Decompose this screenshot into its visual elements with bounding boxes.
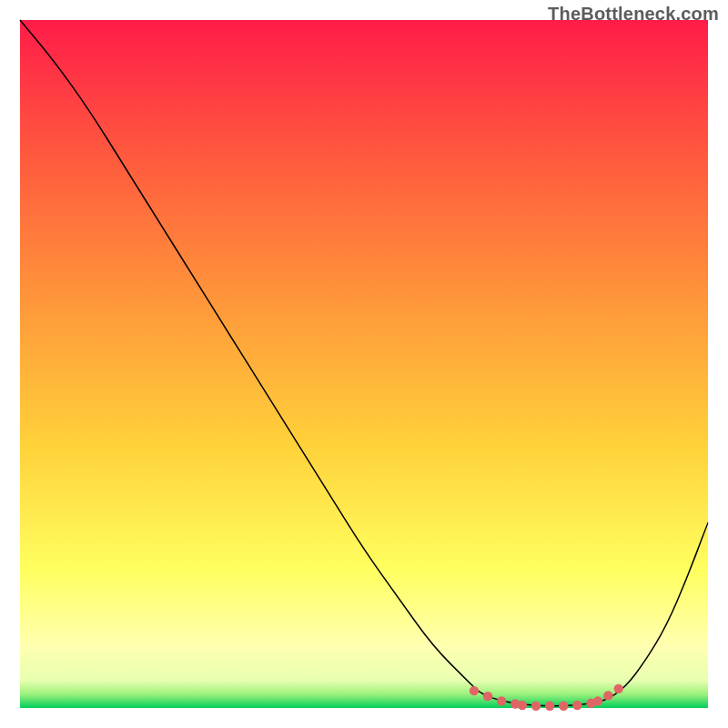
marker-dot <box>572 701 581 710</box>
marker-dot <box>593 696 602 705</box>
plot-area <box>20 20 708 708</box>
marker-dot <box>497 696 506 705</box>
plot-svg <box>20 20 708 708</box>
bottleneck-curve <box>20 20 708 706</box>
marker-dot <box>603 691 612 700</box>
marker-dot <box>545 702 554 711</box>
marker-dot <box>483 692 492 701</box>
chart-canvas: TheBottleneck.com <box>0 0 728 728</box>
marker-dot <box>614 684 623 693</box>
marker-dot <box>559 702 568 711</box>
marker-dot <box>531 702 541 711</box>
optimal-range-markers <box>470 684 623 711</box>
marker-dot <box>470 686 479 695</box>
marker-dot <box>518 701 527 710</box>
